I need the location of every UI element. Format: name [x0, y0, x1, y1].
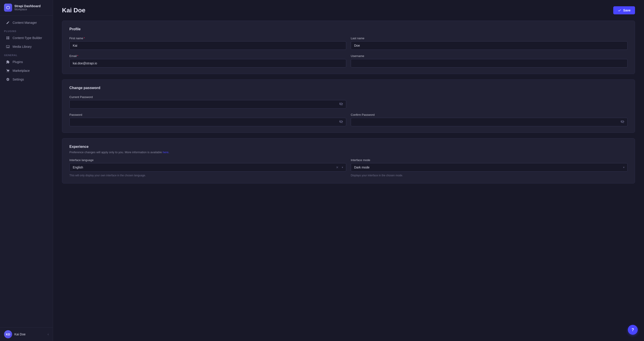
- experience-card-title: Experience: [70, 145, 628, 149]
- interface-mode-hint: Displays your interface in the chosen mo…: [351, 174, 628, 177]
- gear-icon: [6, 77, 10, 81]
- password-spacer: [351, 95, 628, 109]
- interface-mode-select-wrapper: Dark mode Light mode ▾: [351, 163, 628, 172]
- sidebar-item-marketplace[interactable]: Marketplace: [2, 66, 51, 75]
- main-content: Kai Doe Save Profile First name* Last na…: [53, 0, 644, 341]
- app-name: Strapi Dashboard: [14, 4, 41, 8]
- profile-card-title: Profile: [70, 27, 628, 31]
- first-name-label: First name*: [70, 36, 346, 40]
- sidebar-item-media-library-label: Media Library: [12, 45, 32, 48]
- password-card-title: Change password: [70, 86, 628, 90]
- experience-card: Experience Preference changes will apply…: [62, 138, 635, 184]
- profile-name-row: First name* Last name: [70, 36, 628, 50]
- edit-icon: [6, 21, 10, 25]
- experience-here-link[interactable]: here: [163, 151, 169, 154]
- cart-icon: [6, 69, 10, 73]
- current-password-toggle-icon[interactable]: [339, 102, 343, 107]
- page-header: Kai Doe Save: [62, 6, 635, 14]
- language-select-clear-icon[interactable]: ✕: [336, 166, 338, 169]
- sidebar-item-media-library[interactable]: Media Library: [2, 42, 51, 51]
- confirm-password-input[interactable]: [351, 118, 628, 126]
- svg-rect-3: [8, 38, 9, 39]
- email-group: Email*: [70, 54, 346, 67]
- first-name-input[interactable]: [70, 41, 346, 50]
- svg-rect-0: [6, 36, 8, 38]
- interface-mode-group: Interface mode Dark mode Light mode ▾ Di…: [351, 158, 628, 177]
- last-name-label: Last name: [351, 36, 628, 40]
- interface-language-select[interactable]: English: [70, 163, 346, 172]
- password-toggle-icon[interactable]: [339, 120, 343, 124]
- profile-email-row: Email* Username: [70, 54, 628, 67]
- sidebar-collapse-button[interactable]: ‹: [48, 332, 49, 336]
- interface-language-group: Interface language English ✕ ▾ This will…: [70, 158, 346, 177]
- media-library-icon: [6, 45, 10, 49]
- password-card: Change password Current Password Passwor…: [62, 79, 635, 133]
- sidebar-item-content-type-builder[interactable]: Content-Type Builder: [2, 34, 51, 42]
- sidebar-header: Strapi Dashboard Workplace: [0, 0, 53, 15]
- save-button-label: Save: [623, 8, 630, 12]
- help-button[interactable]: ?: [628, 325, 638, 335]
- sidebar-item-content-manager[interactable]: Content Manager: [2, 18, 51, 27]
- sidebar-item-settings-label: Settings: [12, 78, 24, 81]
- app-subtitle: Workplace: [14, 8, 41, 11]
- experience-description: Preference changes will apply only to yo…: [70, 151, 628, 154]
- current-password-group: Current Password: [70, 95, 346, 109]
- current-password-wrapper: [70, 100, 346, 109]
- confirm-password-wrapper: [351, 118, 628, 126]
- sidebar-user-name: Kai Doe: [14, 333, 45, 336]
- first-name-group: First name*: [70, 36, 346, 50]
- interface-language-label: Interface language: [70, 158, 346, 162]
- interface-mode-select[interactable]: Dark mode Light mode: [351, 163, 628, 172]
- confirm-password-toggle-icon[interactable]: [620, 120, 624, 124]
- sidebar-navigation: Content Manager PLUGINS Content-Type Bui…: [0, 15, 53, 327]
- username-input[interactable]: [351, 59, 628, 67]
- new-password-row: Password Confirm Password: [70, 113, 628, 126]
- experience-settings-row: Interface language English ✕ ▾ This will…: [70, 158, 628, 177]
- password-input[interactable]: [70, 118, 346, 126]
- sidebar-item-content-type-builder-label: Content-Type Builder: [12, 36, 42, 40]
- app-logo: [4, 3, 12, 12]
- current-password-input[interactable]: [70, 100, 346, 109]
- app-title-group: Strapi Dashboard Workplace: [14, 4, 41, 11]
- sidebar-footer: KD Kai Doe ‹: [0, 327, 53, 341]
- save-button[interactable]: Save: [613, 6, 635, 14]
- avatar[interactable]: KD: [4, 330, 12, 338]
- profile-card: Profile First name* Last name Email*: [62, 21, 635, 74]
- sidebar-item-content-manager-label: Content Manager: [12, 21, 37, 24]
- plugins-section-label: PLUGINS: [0, 27, 53, 33]
- email-label: Email*: [70, 54, 346, 58]
- current-password-row: Current Password: [70, 95, 628, 109]
- svg-rect-1: [8, 36, 9, 38]
- page-title: Kai Doe: [62, 7, 85, 14]
- last-name-input[interactable]: [351, 41, 628, 50]
- first-name-required: *: [84, 36, 85, 40]
- plugins-icon: [6, 60, 10, 64]
- username-label: Username: [351, 54, 628, 58]
- check-icon: [618, 8, 621, 12]
- sidebar-item-settings[interactable]: Settings: [2, 75, 51, 84]
- content-type-builder-icon: [6, 36, 10, 40]
- sidebar-item-plugins-label: Plugins: [12, 60, 23, 64]
- confirm-password-label: Confirm Password: [351, 113, 628, 116]
- sidebar-item-plugins[interactable]: Plugins: [2, 58, 51, 66]
- interface-language-hint: This will only display your own interfac…: [70, 174, 346, 177]
- email-input[interactable]: [70, 59, 346, 67]
- sidebar-item-marketplace-label: Marketplace: [12, 69, 30, 72]
- sidebar: Strapi Dashboard Workplace Content Manag…: [0, 0, 53, 341]
- interface-mode-label: Interface mode: [351, 158, 628, 162]
- current-password-label: Current Password: [70, 95, 346, 99]
- confirm-password-group: Confirm Password: [351, 113, 628, 126]
- email-required: *: [77, 54, 78, 58]
- password-wrapper: [70, 118, 346, 126]
- interface-language-select-wrapper: English ✕ ▾: [70, 163, 346, 172]
- svg-rect-2: [6, 38, 8, 39]
- password-group: Password: [70, 113, 346, 126]
- password-label: Password: [70, 113, 346, 116]
- last-name-group: Last name: [351, 36, 628, 50]
- username-group: Username: [351, 54, 628, 67]
- general-section-label: GENERAL: [0, 51, 53, 57]
